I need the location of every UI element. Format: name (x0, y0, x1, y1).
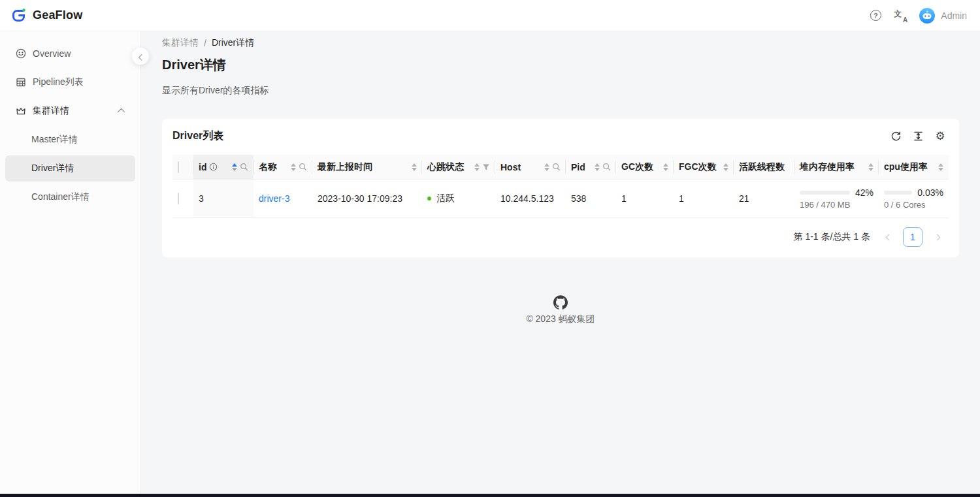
column-label: 最新上报时间 (318, 161, 372, 173)
app-window: GeaFlow ? 文A (0, 0, 980, 497)
cell-cpu-usage: 0.03% 0 / 6 Cores (879, 180, 949, 218)
chevron-right-icon (934, 234, 940, 240)
breadcrumb-parent[interactable]: 集群详情 (162, 37, 199, 49)
sidebar-item-label: Driver详情 (31, 163, 74, 174)
page-title: Driver详情 (162, 56, 959, 74)
avatar (919, 7, 936, 24)
column-label: FGC次数 (679, 161, 717, 173)
chevron-left-icon (885, 234, 892, 240)
sorter-icon (412, 163, 417, 171)
column-label: Host (500, 162, 521, 172)
chevron-left-icon (138, 54, 144, 60)
footer: © 2023 蚂蚁集团 (162, 295, 959, 325)
sorter-icon (663, 163, 668, 171)
header-actions: ? 文A Admin (869, 7, 967, 24)
cell-name: driver-3 (253, 180, 312, 218)
row-checkbox[interactable] (178, 193, 179, 204)
prev-page-button[interactable] (879, 228, 898, 246)
sidebar-item-label: Container详情 (31, 191, 90, 203)
sorter-icon (868, 163, 874, 171)
settings-icon[interactable]: ⚙ (934, 131, 946, 142)
geaflow-logo-icon (10, 7, 27, 24)
search-icon[interactable] (240, 163, 248, 171)
sidebar-item-master[interactable]: Master详情 (5, 127, 135, 153)
table-row: 3 driver-3 2023-10-30 17:09:23 活跃 10.244… (172, 180, 949, 218)
sidebar: Overview Pipeline列表 集群详情 (0, 31, 141, 494)
column-label: Pid (571, 162, 585, 172)
language-icon[interactable]: 文A (894, 9, 907, 22)
breadcrumb-separator: / (204, 38, 206, 48)
card-header: Driver列表 (162, 119, 959, 151)
status-text: 活跃 (436, 193, 455, 204)
column-header-id[interactable]: id (193, 155, 253, 180)
search-icon[interactable] (552, 163, 561, 171)
column-header-fgc-count[interactable]: FGC次数 (674, 155, 734, 180)
column-header-pid[interactable]: Pid (566, 155, 616, 180)
driver-table-card: Driver列表 (162, 119, 959, 257)
column-header-name[interactable]: 名称 (253, 155, 312, 180)
pagination-total: 第 1-1 条/总共 1 条 (794, 231, 870, 243)
column-height-icon[interactable] (912, 131, 924, 142)
sorter-icon (938, 163, 943, 171)
main-content: 集群详情 / Driver详情 Driver详情 显示所有Driver的各项指标… (141, 31, 980, 494)
sidebar-item-label: Pipeline列表 (33, 76, 125, 88)
crown-icon (16, 106, 26, 116)
column-header-report-time[interactable]: 最新上报时间 (312, 155, 422, 180)
cell-heartbeat: 活跃 (422, 180, 495, 218)
github-icon[interactable] (553, 295, 568, 310)
column-header-heap-usage[interactable]: 堆内存使用率 (794, 155, 879, 180)
column-label: cpu使用率 (884, 161, 928, 173)
select-all-checkbox[interactable] (178, 161, 179, 173)
user-menu[interactable]: Admin (919, 7, 967, 24)
cpu-percent: 0.03% (917, 187, 943, 198)
cpu-progress-bar (884, 191, 912, 195)
heap-detail: 196 / 470 MB (800, 200, 874, 210)
sidebar-item-pipeline[interactable]: Pipeline列表 (5, 69, 135, 95)
refresh-icon[interactable] (890, 131, 902, 142)
column-header-active-threads[interactable]: 活跃线程数 (734, 155, 794, 180)
column-header-host[interactable]: Host (495, 155, 566, 180)
translate-glyph: 文A (894, 10, 907, 22)
cell-report-time: 2023-10-30 17:09:23 (312, 180, 422, 218)
sidebar-item-cluster[interactable]: 集群详情 (5, 98, 135, 124)
page-subtitle: 显示所有Driver的各项指标 (162, 85, 959, 97)
search-icon[interactable] (602, 163, 611, 171)
table-wrap: id (162, 151, 959, 257)
driver-table: id (172, 155, 949, 218)
sidebar-item-container[interactable]: Container详情 (5, 184, 135, 210)
column-label: 名称 (259, 161, 277, 173)
sorter-icon (474, 163, 480, 171)
brand-title: GeaFlow (33, 8, 82, 22)
cell-active-threads: 21 (734, 180, 794, 218)
help-icon[interactable]: ? (869, 9, 882, 22)
search-icon[interactable] (299, 163, 307, 171)
sorter-icon (232, 163, 237, 171)
cell-host: 10.244.5.123 (495, 180, 566, 218)
column-label: id (199, 162, 206, 172)
pagination: 第 1-1 条/总共 1 条 1 (172, 218, 949, 257)
heap-progress-bar (800, 191, 850, 195)
column-header-heartbeat[interactable]: 心跳状态 (422, 155, 495, 180)
brand[interactable]: GeaFlow (10, 7, 82, 24)
top-header: GeaFlow ? 文A (0, 0, 980, 31)
page-number-button[interactable]: 1 (903, 227, 923, 247)
sidebar-item-overview[interactable]: Overview (5, 40, 135, 67)
column-header-gc-count[interactable]: GC次数 (616, 155, 674, 180)
table-icon (16, 77, 26, 88)
column-label: 心跳状态 (427, 161, 464, 173)
table-header-row: id (172, 155, 949, 180)
row-select-cell[interactable] (172, 180, 193, 218)
filter-icon[interactable] (482, 163, 490, 171)
cell-gc-count: 1 (616, 180, 674, 218)
sidebar-item-driver[interactable]: Driver详情 (5, 155, 135, 182)
sorter-icon (544, 163, 549, 171)
column-header-cpu-usage[interactable]: cpu使用率 (879, 155, 949, 180)
gear-glyph: ⚙ (935, 131, 945, 142)
sidebar-collapse-button[interactable] (132, 48, 149, 65)
next-page-button[interactable] (928, 228, 946, 246)
table-title: Driver列表 (172, 129, 223, 143)
header-select-all[interactable] (172, 155, 193, 180)
heap-percent: 42% (855, 187, 874, 198)
question-glyph: ? (870, 10, 881, 21)
driver-link[interactable]: driver-3 (259, 193, 289, 204)
